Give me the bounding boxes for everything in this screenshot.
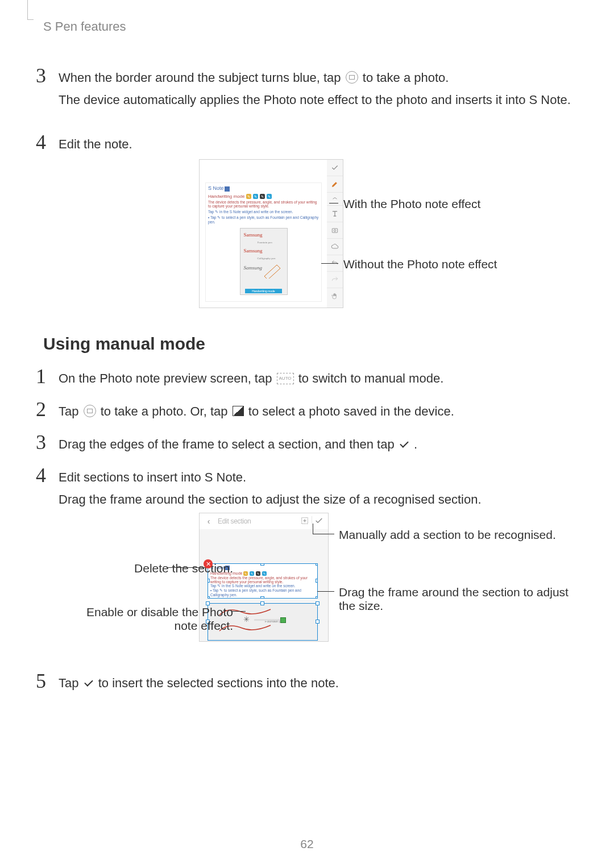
step-body: Tap to insert the selected sections into… [59,674,574,692]
step-body: Tap to take a photo. Or, tap to select a… [59,402,574,421]
snote-desc: Tap ✎ in the S Note widget and write on … [208,210,319,214]
step-number: 3 [36,430,46,454]
text: to take a photo. [363,70,449,85]
step-b-3: 3 Drag the edges of the frame to select … [36,435,574,454]
resize-handle[interactable] [316,563,318,566]
text: Tap [59,404,82,418]
page: S Pen features 3 When the border around … [0,0,614,868]
snote-app-icon [225,186,230,192]
snote-hw-heading: Handwriting mode ✎ ✎ ✎ ✎ [208,194,319,199]
callout-drag-frame: Drag the frame around the section to adj… [339,585,580,613]
camera-icon [84,405,96,417]
step-body: On the Photo note preview screen, tap AU… [59,369,574,388]
callout-with-effect: With the Photo note effect [343,197,480,211]
step-b-4: 4 Edit sections to insert into S Note. D… [36,468,574,509]
text: to take a photo. Or, tap [101,404,231,418]
callout-without-effect: Without the Photo note effect [343,258,497,271]
callout-delete-section: Delete the section. [134,562,233,575]
header-notch [27,0,34,20]
pen-label: Calligraphy pen [258,257,276,260]
tool-cloud[interactable] [327,239,343,255]
snote-card: S Note Handwriting mode ✎ ✎ ✎ ✎ The devi… [205,182,322,302]
resize-handle[interactable] [260,563,264,566]
tool-pen[interactable] [327,176,343,193]
leader-line [313,534,334,534]
edit-section-header: ‹ Edit section [200,513,328,530]
figure-photo-note: S Note Handwriting mode ✎ ✎ ✎ ✎ The devi… [199,159,387,312]
leader-line [313,524,313,534]
badge-icon: ✎ [260,194,265,199]
resize-handle[interactable] [208,579,210,583]
leader-line [329,203,338,203]
step-body: Edit the note. [59,135,574,153]
tool-text[interactable] [327,206,343,222]
add-section-icon[interactable] [298,516,312,527]
step-b-5: 5 Tap to insert the selected sections in… [36,674,574,692]
step-b-1: 1 On the Photo note preview screen, tap … [36,369,574,388]
tool-hand[interactable] [327,288,343,304]
check-icon [84,679,94,687]
step-number: 5 [36,669,46,693]
delete-section-button[interactable]: ✕ [204,559,213,568]
resize-handle[interactable] [316,596,318,599]
resize-handle[interactable] [316,579,318,583]
step-number: 4 [36,463,46,487]
step-number: 3 [36,64,46,88]
snote-photo-box: Samsung Fountain pen Samsung Calligraphy… [240,228,288,295]
resize-handle[interactable] [260,596,264,599]
badge-icon: ✎ [267,194,272,199]
step-number: 4 [36,130,46,154]
step-number: 1 [36,364,46,388]
snote-desc: • Tap ✎ to select a pen style, such as F… [208,215,319,225]
back-icon[interactable]: ‹ [202,517,215,526]
text: Handwriting mode [208,194,244,199]
text: When the border around the subject turns… [59,70,345,85]
leader-line [232,611,246,612]
effect-slider[interactable] [254,619,286,621]
tool-redo[interactable] [327,272,343,288]
step-b-2: 2 Tap to take a photo. Or, tap to select… [36,402,574,421]
text: Drag the frame around the section to adj… [59,492,482,506]
text: Drag the edges of the frame to select a … [59,437,398,451]
photo-note-effect-toggle[interactable]: ✳ [242,616,250,624]
done-icon[interactable] [312,516,326,527]
step-a-4: 4 Edit the note. [36,135,574,153]
step-number: 2 [36,397,46,421]
badge-icon: ✎ [246,194,251,199]
badge-icon: ✎ [253,194,258,199]
text: Edit sections to insert into S Note. [59,470,246,484]
leader-line [317,591,334,592]
edit-section-title: Edit section [218,517,298,525]
tool-spacer [327,193,343,206]
tool-camera[interactable] [327,222,343,239]
step-a-3: 3 When the border around the subject tur… [36,68,574,110]
handwriting-stroke: Samsung [244,265,263,271]
snote-title: S Note [208,185,224,191]
text: On the Photo note preview screen, tap [59,371,276,385]
gallery-icon [233,406,244,416]
snote-screen: S Note Handwriting mode ✎ ✎ ✎ ✎ The devi… [199,159,328,308]
callout-add-section: Manually add a section to be recognised. [339,528,556,542]
photo-bottom-label: Handwriting mode [245,289,283,293]
svg-point-1 [334,230,336,232]
text: The device automatically applies the Pho… [59,93,571,107]
snote-desc: The device detects the pressure, angle, … [208,200,319,209]
text: Edit the note. [59,137,132,151]
sec1-desc: The device detects the pressure, angle, … [210,576,315,584]
step-body: When the border around the subject turns… [59,68,574,110]
camera-icon [346,71,358,84]
step-body: Edit sections to insert into S Note. Dra… [59,468,574,509]
badge-icon: ✎ [243,571,248,576]
callout-toggle-effect: Enable or disable the Photo note effect. [68,605,233,633]
slider-knob[interactable] [280,617,286,623]
badge-icon: ✎ [250,571,254,576]
check-icon [399,440,409,448]
handwriting-stroke: Samsung [244,232,263,238]
resize-handle[interactable] [208,596,210,599]
running-header: S Pen features [43,19,126,34]
text: to switch to manual mode. [298,371,444,385]
badge-icon: ✎ [262,571,267,576]
text: to select a photo saved in the device. [248,404,454,418]
tool-done[interactable] [327,160,343,176]
figure-edit-section: ‹ Edit section [40,506,580,648]
